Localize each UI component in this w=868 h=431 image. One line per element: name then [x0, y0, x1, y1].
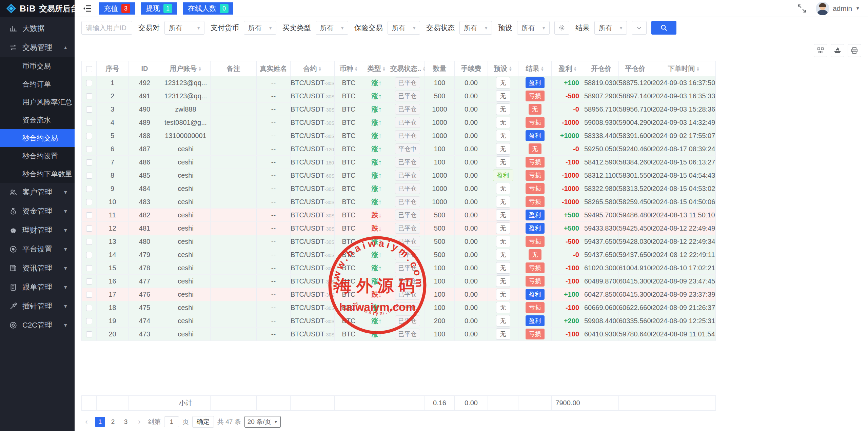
online-users-button[interactable]: 在线人数 0	[183, 2, 233, 15]
preset-button[interactable]: 无	[496, 275, 510, 287]
sidebar-item-trade-management[interactable]: 交易管理▲	[0, 38, 75, 57]
sidebar-subitem-second-contract-settings[interactable]: 秒合约设置	[0, 147, 75, 165]
preset-button[interactable]: 无	[496, 249, 510, 260]
row-checkbox[interactable]	[86, 120, 92, 126]
column-header[interactable]: 交易状态..▲▼	[390, 61, 425, 76]
preset-button[interactable]: 无	[496, 183, 510, 194]
preset-button[interactable]: 无	[496, 315, 510, 327]
sidebar-item-platform-settings[interactable]: 平台设置▼	[0, 240, 75, 259]
sort-icon[interactable]: ▲▼	[422, 66, 425, 72]
preset-gear-button[interactable]	[554, 21, 569, 35]
page-size-select[interactable]: 20 条/页 ▼	[244, 416, 281, 428]
sidebar-subitem-second-contract-trade[interactable]: 秒合约交易	[0, 129, 75, 147]
pay-currency-select[interactable]: 所有▼	[244, 21, 276, 35]
sidebar-subitem-contract-orders[interactable]: 合约订单	[0, 75, 75, 93]
sort-icon[interactable]: ▲▼	[198, 66, 202, 72]
sidebar-item-customer-management[interactable]: 客户管理▼	[0, 183, 75, 202]
preset-button[interactable]: 无	[496, 262, 510, 274]
columns-icon[interactable]	[814, 44, 827, 57]
preset-button[interactable]: 无	[496, 236, 510, 247]
preset-button[interactable]: 无	[496, 302, 510, 313]
preset-button[interactable]: 无	[496, 209, 510, 221]
preset-button[interactable]: 无	[496, 130, 510, 141]
sidebar-item-big-data[interactable]: 大数据	[0, 19, 75, 38]
sort-icon[interactable]: ▲▼	[382, 66, 386, 72]
row-checkbox[interactable]	[86, 173, 92, 179]
column-header[interactable]: 用户账号▲▼	[161, 61, 211, 76]
row-checkbox[interactable]	[86, 292, 92, 298]
insurance-trade-select[interactable]: 所有▼	[388, 21, 420, 35]
sort-icon[interactable]: ▲▼	[318, 66, 322, 72]
row-checkbox[interactable]	[86, 159, 92, 165]
column-header[interactable]: 币种▲▼	[335, 61, 363, 76]
page-number-2[interactable]: 2	[108, 417, 118, 427]
trade-status-select[interactable]: 所有▼	[459, 21, 492, 35]
select-all-checkbox[interactable]	[86, 66, 92, 72]
sidebar-subitem-user-risk-summary[interactable]: 用户风险率汇总	[0, 93, 75, 111]
sidebar-item-news-management[interactable]: 资讯管理▼	[0, 259, 75, 278]
sidebar-subitem-coin-trade[interactable]: 币币交易	[0, 57, 75, 75]
export-icon[interactable]	[831, 44, 844, 57]
row-checkbox[interactable]	[86, 93, 92, 99]
prev-page-icon[interactable]: ‹	[81, 417, 92, 427]
fullscreen-icon[interactable]	[797, 3, 807, 14]
row-checkbox[interactable]	[86, 305, 92, 311]
preset-button[interactable]: 无	[496, 90, 510, 102]
sidebar-item-wealth-management[interactable]: 理财管理▼	[0, 221, 75, 240]
chevron-down-button[interactable]	[632, 21, 647, 35]
row-checkbox[interactable]	[86, 106, 92, 113]
goto-confirm-button[interactable]: 确定	[192, 416, 214, 428]
row-checkbox[interactable]	[86, 252, 92, 258]
row-checkbox[interactable]	[86, 146, 92, 152]
page-number-3[interactable]: 3	[121, 417, 131, 427]
row-checkbox[interactable]	[86, 318, 92, 324]
row-checkbox[interactable]	[86, 278, 92, 285]
sidebar-subitem-second-contract-order-qty[interactable]: 秒合约下单数量	[0, 165, 75, 183]
preset-select[interactable]: 所有▼	[517, 21, 550, 35]
preset-button[interactable]: 无	[496, 77, 510, 89]
row-checkbox[interactable]	[86, 331, 92, 337]
sidebar-subitem-fund-flow[interactable]: 资金流水	[0, 111, 75, 129]
preset-button[interactable]: 无	[496, 117, 510, 128]
column-header[interactable]: 盈利▲▼	[552, 61, 584, 76]
row-checkbox[interactable]	[86, 226, 92, 232]
sidebar-item-fund-management[interactable]: 资金管理▼	[0, 202, 75, 221]
trading-pair-select[interactable]: 所有▼	[164, 21, 204, 35]
row-checkbox[interactable]	[86, 265, 92, 271]
withdraw-button[interactable]: 提现 1	[141, 2, 177, 15]
sort-icon[interactable]: ▲▼	[574, 66, 577, 72]
preset-button[interactable]: 无	[496, 289, 510, 300]
goto-page-input[interactable]	[164, 416, 179, 427]
preset-button[interactable]: 无	[496, 222, 510, 234]
column-header[interactable]: 下单时间▲▼	[652, 61, 716, 76]
column-header[interactable]: 结果▲▼	[518, 61, 552, 76]
user-menu[interactable]: admin ▼	[816, 2, 860, 15]
sort-icon[interactable]: ▲▼	[509, 66, 512, 72]
row-checkbox[interactable]	[86, 133, 92, 139]
next-page-icon[interactable]: ›	[134, 417, 144, 427]
search-button[interactable]	[651, 21, 676, 35]
recharge-button[interactable]: 充值 3	[99, 2, 135, 15]
preset-button[interactable]: 无	[496, 143, 510, 155]
sort-icon[interactable]: ▲▼	[696, 66, 700, 72]
row-checkbox[interactable]	[86, 199, 92, 205]
column-header[interactable]: 合约▲▼	[291, 61, 335, 76]
sidebar-item-copy-trade-management[interactable]: 跟单管理▼	[0, 278, 75, 297]
collapse-menu-icon[interactable]	[81, 3, 93, 14]
result-select[interactable]: 所有▼	[594, 21, 627, 35]
row-checkbox[interactable]	[86, 186, 92, 192]
sidebar-item-c2c-management[interactable]: C2C管理▼	[0, 316, 75, 335]
user-id-input[interactable]	[81, 21, 132, 35]
sort-icon[interactable]: ▲▼	[355, 66, 358, 72]
preset-button[interactable]: 无	[496, 328, 510, 340]
sidebar-item-pin-management[interactable]: 插针管理▼	[0, 297, 75, 316]
preset-button[interactable]: 盈利	[493, 170, 513, 181]
preset-button[interactable]: 无	[496, 156, 510, 168]
column-header[interactable]: 预设▲▼	[488, 61, 518, 76]
row-checkbox[interactable]	[86, 239, 92, 245]
page-number-1[interactable]: 1	[95, 417, 105, 427]
print-icon[interactable]	[848, 44, 861, 57]
row-checkbox[interactable]	[86, 212, 92, 218]
row-checkbox[interactable]	[86, 80, 92, 86]
column-header[interactable]: 类型▲▼	[363, 61, 390, 76]
